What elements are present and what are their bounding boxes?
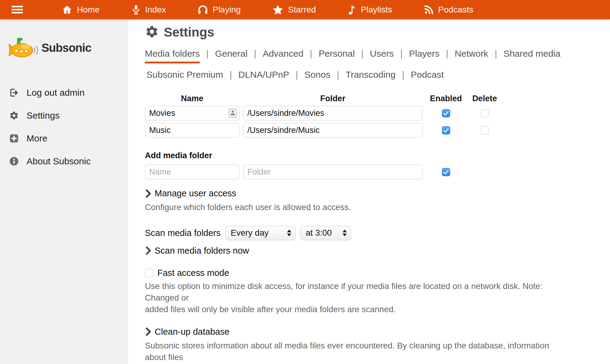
- tab-shared-media[interactable]: Shared media: [504, 48, 561, 59]
- settings-tabs-row2: Subsonic Premium| DLNA/UPnP| Sonos| Tran…: [146, 70, 610, 80]
- tab-media-folders[interactable]: Media folders: [145, 48, 200, 63]
- submarine-logo-icon: [8, 36, 38, 59]
- nav-item-podcasts[interactable]: Podcasts: [424, 5, 473, 15]
- sidebar-item-settings[interactable]: Settings: [9, 110, 128, 121]
- gear-icon: [145, 25, 159, 40]
- new-folder-path-input[interactable]: [243, 165, 422, 179]
- folder-path-input[interactable]: [243, 106, 422, 120]
- nav-item-label: Home: [77, 5, 100, 15]
- enabled-checkbox[interactable]: [442, 109, 450, 117]
- tab-advanced[interactable]: Advanced: [263, 48, 303, 59]
- autofill-contact-icon[interactable]: [229, 109, 237, 118]
- scan-interval-select[interactable]: Every day: [225, 226, 296, 240]
- tab-separator: |: [310, 48, 312, 59]
- plus-square-icon: [9, 134, 19, 143]
- tab-podcast[interactable]: Podcast: [411, 70, 444, 80]
- tab-separator: |: [495, 48, 497, 59]
- cleanup-database-description: Subsonic stores information about all me…: [145, 340, 572, 364]
- nav-item-home[interactable]: Home: [62, 5, 100, 15]
- tab-players[interactable]: Players: [409, 48, 440, 59]
- fast-access-row: Fast access mode: [145, 268, 610, 278]
- column-header-delete: Delete: [469, 94, 500, 103]
- tab-transcoding[interactable]: Transcoding: [346, 70, 396, 80]
- chevron-right-icon: [145, 189, 152, 198]
- nav-item-index[interactable]: Index: [131, 5, 166, 15]
- nav-item-playlists[interactable]: Playlists: [348, 5, 392, 15]
- logo-wordmark: Subsonic: [41, 41, 91, 55]
- info-circle-icon: [9, 156, 19, 166]
- enabled-checkbox[interactable]: [442, 168, 450, 176]
- tab-personal[interactable]: Personal: [319, 48, 355, 59]
- nav-item-label: Index: [145, 5, 166, 15]
- cleanup-database-link[interactable]: Clean-up database: [145, 327, 610, 337]
- scan-now-label: Scan media folders now: [155, 246, 249, 256]
- column-header-folder: Folder: [243, 94, 422, 103]
- star-icon: [272, 5, 283, 15]
- rss-icon: [424, 5, 434, 15]
- nav-item-label: Starred: [288, 5, 316, 15]
- nav-item-label: Playlists: [361, 5, 392, 15]
- music-note-icon: [348, 5, 356, 15]
- scan-time-value: at 3:00: [306, 228, 332, 238]
- delete-checkbox[interactable]: [481, 109, 489, 117]
- tab-users[interactable]: Users: [370, 48, 394, 59]
- chevron-right-icon: [145, 246, 152, 255]
- scan-settings-row: Scan media folders Every day at 3:00: [145, 226, 610, 240]
- tab-separator: |: [254, 48, 257, 59]
- column-header-name: Name: [145, 94, 239, 103]
- scan-time-select[interactable]: at 3:00: [300, 226, 351, 240]
- home-icon: [62, 5, 72, 15]
- tab-separator: |: [361, 48, 364, 59]
- logout-icon: [9, 88, 19, 98]
- table-row: [145, 106, 610, 120]
- add-media-folder-heading: Add media folder: [145, 151, 610, 160]
- fast-access-checkbox[interactable]: [145, 269, 153, 277]
- scan-media-folders-label: Scan media folders: [145, 228, 221, 238]
- nav-item-label: Playing: [213, 5, 241, 15]
- tab-separator: |: [296, 70, 298, 80]
- sidebar-item-about[interactable]: About Subsonic: [9, 156, 128, 166]
- add-media-folder-row: [145, 165, 610, 179]
- tab-subsonic-premium[interactable]: Subsonic Premium: [146, 70, 223, 80]
- chevron-right-icon: [145, 327, 152, 336]
- nav-items: Home Index Playing St: [62, 5, 473, 15]
- gear-icon: [9, 111, 19, 120]
- subsonic-logo[interactable]: Subsonic: [8, 36, 128, 59]
- tab-separator: |: [402, 70, 404, 80]
- enabled-checkbox[interactable]: [442, 126, 450, 134]
- new-folder-name-input[interactable]: [145, 165, 239, 179]
- folder-name-input[interactable]: [145, 106, 239, 120]
- folder-name-input[interactable]: [145, 123, 239, 137]
- tab-general[interactable]: General: [215, 48, 248, 59]
- tab-network[interactable]: Network: [455, 48, 488, 59]
- tab-separator: |: [230, 70, 232, 80]
- sidebar-item-logout[interactable]: Log out admin: [9, 87, 128, 98]
- sidebar-item-label: About Subsonic: [27, 156, 91, 166]
- select-stepper-icon: [343, 230, 347, 236]
- manage-user-access-link[interactable]: Manage user access: [145, 188, 610, 198]
- tab-dlna-upnp[interactable]: DLNA/UPnP: [239, 70, 289, 80]
- fast-access-label: Fast access mode: [157, 268, 229, 278]
- headphones-icon: [198, 5, 208, 15]
- delete-checkbox[interactable]: [481, 126, 489, 134]
- nav-item-playing[interactable]: Playing: [198, 5, 241, 15]
- scan-now-link[interactable]: Scan media folders now: [145, 246, 610, 256]
- sidebar: Subsonic Log out admin Settings: [0, 19, 128, 364]
- settings-tabs-row1: Media folders| General| Advanced| Person…: [145, 48, 610, 63]
- sidebar-menu: Log out admin Settings More About Subson…: [0, 87, 128, 166]
- hamburger-icon: [12, 6, 23, 7]
- sidebar-item-label: More: [27, 133, 47, 144]
- cleanup-database-label: Clean-up database: [155, 327, 229, 337]
- folder-path-input[interactable]: [243, 123, 422, 137]
- menu-button[interactable]: [12, 6, 23, 13]
- nav-item-label: Podcasts: [438, 5, 473, 15]
- sidebar-item-more[interactable]: More: [9, 133, 128, 144]
- microphone-icon: [131, 5, 141, 15]
- table-row: [145, 123, 610, 137]
- column-header-enabled: Enabled: [426, 94, 466, 103]
- manage-user-access-label: Manage user access: [155, 188, 236, 198]
- top-navbar: Home Index Playing St: [0, 0, 610, 19]
- select-stepper-icon: [287, 230, 291, 236]
- nav-item-starred[interactable]: Starred: [272, 5, 316, 15]
- tab-sonos[interactable]: Sonos: [304, 70, 330, 80]
